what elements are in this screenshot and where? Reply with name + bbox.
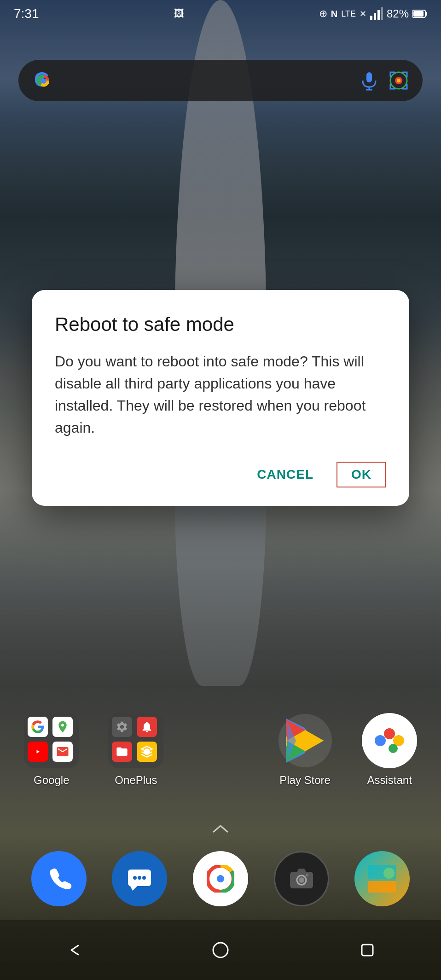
dialog-message: Do you want to reboot into safe mode? Th… xyxy=(55,350,386,439)
dialog-title: Reboot to safe mode xyxy=(55,313,386,336)
dialog-buttons: CANCEL OK xyxy=(55,462,386,487)
ok-button[interactable]: OK xyxy=(337,462,386,487)
cancel-button[interactable]: CANCEL xyxy=(248,463,323,487)
reboot-safe-mode-dialog: Reboot to safe mode Do you want to reboo… xyxy=(32,290,409,505)
dialog-overlay: Reboot to safe mode Do you want to reboo… xyxy=(0,0,441,980)
